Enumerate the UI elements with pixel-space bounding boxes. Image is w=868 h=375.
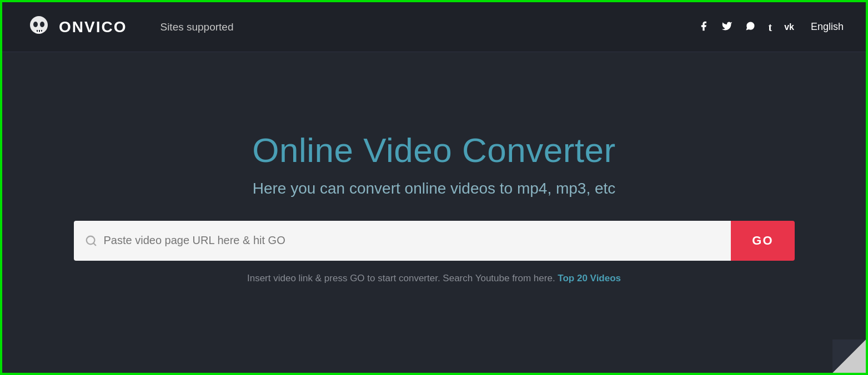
search-bar-container: GO <box>74 221 795 261</box>
facebook-icon[interactable] <box>698 21 709 33</box>
nav-middle: Sites supported <box>127 21 698 33</box>
hero-subtitle: Here you can convert online videos to mp… <box>253 180 616 197</box>
page-wrapper: ONVICO Sites supported t vk English <box>2 2 866 373</box>
logo-area[interactable]: ONVICO <box>24 13 127 42</box>
nav-right: t vk English <box>698 21 844 33</box>
hero-hint: Insert video link & press GO to start co… <box>247 273 621 284</box>
hero-hint-text: Insert video link & press GO to start co… <box>247 273 555 283</box>
navbar: ONVICO Sites supported t vk English <box>2 2 866 52</box>
sites-supported-link[interactable]: Sites supported <box>160 21 233 33</box>
logo-text: ONVICO <box>59 18 127 36</box>
page-curl <box>832 339 866 373</box>
hero-title: Online Video Converter <box>252 130 615 170</box>
search-input-wrapper <box>74 221 731 261</box>
language-selector[interactable]: English <box>811 21 844 33</box>
search-icon <box>85 235 97 247</box>
skull-logo-icon <box>24 13 53 42</box>
top-20-videos-link[interactable]: Top 20 Videos <box>558 273 621 283</box>
whatsapp-icon[interactable] <box>745 21 756 33</box>
svg-rect-5 <box>39 30 40 32</box>
vk-icon[interactable]: vk <box>784 23 794 32</box>
tumblr-icon[interactable]: t <box>768 22 772 33</box>
hero-section: Online Video Converter Here you can conv… <box>2 52 866 373</box>
svg-line-8 <box>93 243 96 245</box>
svg-point-1 <box>33 22 38 27</box>
go-button[interactable]: GO <box>731 221 794 261</box>
twitter-icon[interactable] <box>721 21 732 33</box>
svg-point-2 <box>40 22 44 27</box>
url-input[interactable] <box>104 234 720 247</box>
page-border: ONVICO Sites supported t vk English <box>0 0 868 375</box>
